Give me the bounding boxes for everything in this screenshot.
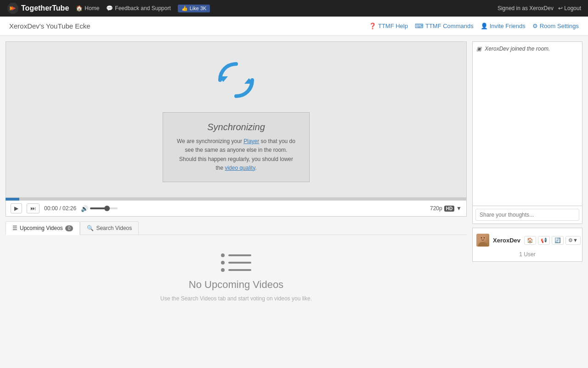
subnav-right: ❓ TTMF Help ⌨ TTMF Commands 👤 Invite Fri… xyxy=(369,23,579,29)
video-controls: ▶ ⏭ 00:00 / 02:26 🔊 720p HD ▼ xyxy=(6,201,467,217)
chat-panel: ▣ XeroxDev joined the room. xyxy=(472,41,582,320)
list-icon: ☰ xyxy=(12,225,17,231)
no-videos-subtitle: Use the Search Videos tab and start voti… xyxy=(24,295,448,302)
play-button[interactable]: ▶ xyxy=(11,203,22,213)
upcoming-badge: 0 xyxy=(65,225,74,231)
volume-icon: 🔊 xyxy=(81,205,88,212)
feedback-icon: 💬 xyxy=(106,5,113,12)
home-icon: 🏠 xyxy=(76,5,83,12)
user-row: XeroxDev 🏠 📢 🔄 ⚙▼ xyxy=(476,232,578,248)
svg-point-7 xyxy=(481,237,482,238)
user-speaker-button[interactable]: 📢 xyxy=(538,236,550,245)
logo-text: TogetherTube xyxy=(21,4,69,12)
fb-like-button[interactable]: 👍 Like 3K xyxy=(178,5,210,12)
time-display: 00:00 / 02:26 xyxy=(44,205,76,212)
video-tabs: ☰ Upcoming Videos 0 🔍 Search Videos xyxy=(6,221,467,235)
no-videos-panel: No Upcoming Videos Use the Search Videos… xyxy=(6,235,467,320)
skip-button[interactable]: ⏭ xyxy=(27,203,40,213)
invite-friends-link[interactable]: 👤 Invite Friends xyxy=(481,23,526,29)
settings-icon: ⚙ xyxy=(532,23,538,29)
logout-link[interactable]: ↩ Logout xyxy=(558,5,581,12)
ttmf-help-link[interactable]: ❓ TTMF Help xyxy=(369,23,408,29)
commands-icon: ⌨ xyxy=(415,23,424,29)
users-section: XeroxDev 🏠 📢 🔄 ⚙▼ 1 User xyxy=(472,228,582,262)
avatar xyxy=(476,234,489,247)
sync-text: We are synchronizing your Player so that… xyxy=(177,137,295,172)
logo[interactable]: TogetherTube xyxy=(7,2,69,14)
quality-dropdown-icon[interactable]: ▼ xyxy=(456,205,462,212)
chat-input[interactable] xyxy=(475,209,579,221)
quality-badge: 720p HD ▼ xyxy=(430,205,462,212)
progress-bar-container[interactable] xyxy=(6,198,467,201)
fb-icon: 👍 xyxy=(181,6,188,12)
help-icon: ❓ xyxy=(369,23,376,29)
user-actions: 🏠 📢 🔄 ⚙▼ xyxy=(524,236,581,245)
chat-input-area xyxy=(472,206,582,224)
no-videos-title: No Upcoming Videos xyxy=(24,279,448,291)
svg-point-6 xyxy=(478,242,487,247)
sync-icon xyxy=(213,57,259,103)
navbar-right: Signed in as XeroxDev ↩ Logout xyxy=(498,5,581,12)
volume-area: 🔊 xyxy=(81,205,118,212)
svg-point-8 xyxy=(484,237,485,238)
chat-join-icon: ▣ xyxy=(476,46,481,52)
logo-icon xyxy=(7,2,19,14)
player-link[interactable]: Player xyxy=(243,138,259,144)
room-settings-link[interactable]: ⚙ Room Settings xyxy=(532,23,579,29)
volume-knob[interactable] xyxy=(104,206,110,211)
quality-link[interactable]: video quality xyxy=(225,165,255,171)
avatar-image xyxy=(476,234,489,247)
navbar-left: TogetherTube 🏠 Home 💬 Feedback and Suppo… xyxy=(7,2,210,14)
logout-icon: ↩ xyxy=(558,5,563,12)
tab-upcoming[interactable]: ☰ Upcoming Videos 0 xyxy=(6,221,80,235)
username-label: XeroxDev xyxy=(493,237,520,244)
subnav: XeroxDev's YouTube Ecke ❓ TTMF Help ⌨ TT… xyxy=(0,17,588,36)
hd-badge: HD xyxy=(444,206,454,212)
user-settings-button[interactable]: ⚙▼ xyxy=(565,236,581,245)
list-illustration xyxy=(24,253,448,272)
invite-icon: 👤 xyxy=(481,23,488,29)
user-home-button[interactable]: 🏠 xyxy=(524,236,536,245)
main-content: Synchronizing We are synchronizing your … xyxy=(0,36,588,326)
room-title: XeroxDev's YouTube Ecke xyxy=(9,22,90,30)
feedback-link[interactable]: 💬 Feedback and Support xyxy=(106,5,170,12)
user-count: 1 User xyxy=(476,251,578,258)
sync-overlay: Synchronizing We are synchronizing your … xyxy=(163,112,310,182)
home-link[interactable]: 🏠 Home xyxy=(76,5,99,12)
chat-text: XeroxDev joined the room. xyxy=(485,46,550,52)
navbar: TogetherTube 🏠 Home 💬 Feedback and Suppo… xyxy=(0,0,588,17)
ttmf-commands-link[interactable]: ⌨ TTMF Commands xyxy=(415,23,474,29)
user-refresh-button[interactable]: 🔄 xyxy=(552,236,564,245)
video-container: Synchronizing We are synchronizing your … xyxy=(6,41,467,198)
progress-bar-fill xyxy=(6,198,19,201)
search-icon: 🔍 xyxy=(87,225,94,231)
chat-messages[interactable]: ▣ XeroxDev joined the room. xyxy=(472,41,582,206)
signed-in-text: Signed in as XeroxDev xyxy=(498,5,554,12)
volume-bar[interactable] xyxy=(90,207,118,209)
tab-search[interactable]: 🔍 Search Videos xyxy=(80,221,139,235)
chat-message: ▣ XeroxDev joined the room. xyxy=(476,46,578,52)
video-panel: Synchronizing We are synchronizing your … xyxy=(6,41,467,320)
sync-title: Synchronizing xyxy=(177,122,295,132)
